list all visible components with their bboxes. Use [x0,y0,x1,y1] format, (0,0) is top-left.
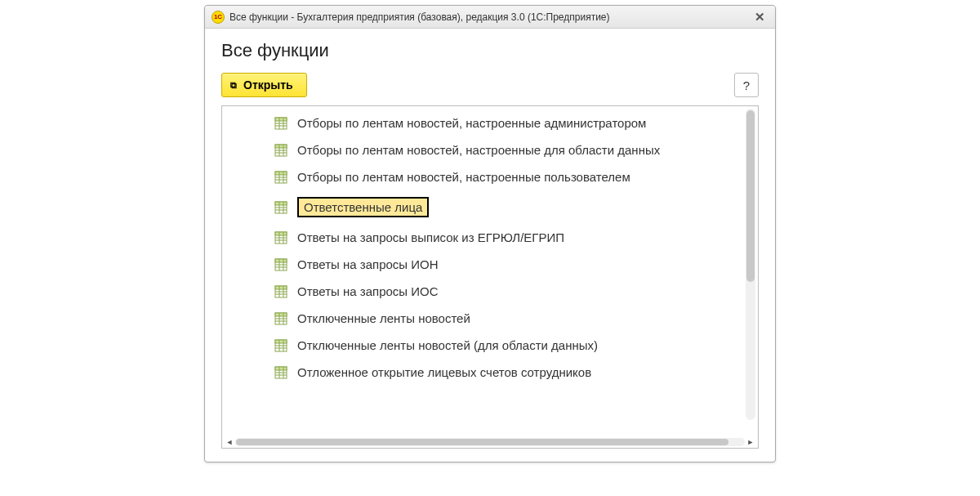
table-icon [274,312,287,325]
table-icon [274,285,287,298]
svg-rect-25 [275,232,287,235]
svg-rect-19 [275,202,287,205]
table-icon [274,366,287,379]
svg-rect-7 [275,145,287,148]
help-icon: ? [743,78,750,92]
svg-rect-13 [275,172,287,175]
horizontal-scrollbar-track[interactable] [235,438,745,446]
list-item[interactable]: Отборы по лентам новостей, настроенные п… [222,163,743,190]
open-button[interactable]: ⧉ Открыть [221,73,307,97]
table-icon [274,339,287,352]
list-item[interactable]: Ответы на запросы ИОН [222,251,743,278]
table-icon [274,258,287,271]
list-item-label: Ответы на запросы ИОС [297,284,439,298]
list-item[interactable]: Ответы на запросы ИОС [222,278,743,305]
horizontal-scrollbar-thumb[interactable] [236,439,728,445]
svg-rect-37 [275,286,287,289]
table-icon [274,201,287,214]
scroll-left-icon[interactable]: ◄ [225,438,234,446]
list-item[interactable]: Ответы на запросы выписок из ЕГРЮЛ/ЕГРИП [222,224,743,251]
list-item-label: Ответы на запросы выписок из ЕГРЮЛ/ЕГРИП [297,230,564,244]
svg-rect-55 [275,367,287,370]
svg-rect-43 [275,313,287,316]
window-frame: 1C Все функции - Бухгалтерия предприятия… [204,5,776,462]
table-icon [274,117,287,130]
list-panel: Отборы по лентам новостей, настроенные а… [221,105,759,449]
open-icon: ⧉ [230,81,237,90]
table-icon [274,171,287,184]
list-item-label: Отборы по лентам новостей, настроенные д… [297,143,660,157]
list-item[interactable]: Отборы по лентам новостей, настроенные д… [222,136,743,163]
table-icon [274,144,287,157]
window-title: Все функции - Бухгалтерия предприятия (б… [229,11,751,23]
toolbar: ⧉ Открыть ? [221,73,759,97]
close-button[interactable]: ✕ [751,10,768,25]
svg-rect-49 [275,340,287,343]
window-content: Все функции ⧉ Открыть ? Отборы по лентам… [205,29,775,462]
list-item-label: Отборы по лентам новостей, настроенные а… [297,116,646,130]
list-item-label: Ответственные лица [297,197,429,217]
list-item-label: Отложенное открытие лицевых счетов сотру… [297,365,591,379]
open-button-label: Открыть [243,78,293,92]
list-item-label: Отключенные ленты новостей (для области … [297,338,598,352]
svg-rect-1 [275,118,287,121]
scroll-right-icon[interactable]: ► [746,438,755,446]
list-item[interactable]: Отключенные ленты новостей [222,305,743,332]
function-list[interactable]: Отборы по лентам новостей, настроенные а… [222,106,758,436]
list-item-label: Отключенные ленты новостей [297,311,470,325]
table-icon [274,231,287,244]
vertical-scrollbar-thumb[interactable] [746,110,755,282]
list-item[interactable]: Отборы по лентам новостей, настроенные а… [222,109,743,136]
list-item-label: Ответы на запросы ИОН [297,257,439,271]
titlebar[interactable]: 1C Все функции - Бухгалтерия предприятия… [205,6,775,29]
help-button[interactable]: ? [734,73,759,97]
horizontal-scrollbar[interactable]: ◄ ► [222,436,758,448]
svg-rect-31 [275,259,287,262]
vertical-scrollbar[interactable] [746,109,755,420]
app-icon-1c: 1C [212,11,225,24]
close-icon: ✕ [755,10,765,25]
list-item[interactable]: Ответственные лица [222,190,743,224]
list-item[interactable]: Отключенные ленты новостей (для области … [222,332,743,359]
page-title: Все функции [221,40,759,61]
list-item[interactable]: Отложенное открытие лицевых счетов сотру… [222,359,743,386]
list-item-label: Отборы по лентам новостей, настроенные п… [297,170,630,184]
